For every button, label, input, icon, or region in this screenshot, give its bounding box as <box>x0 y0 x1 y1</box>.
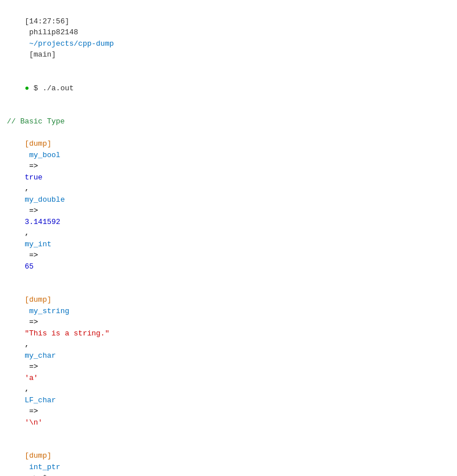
command-line: ● $ ./a.out <box>7 71 450 105</box>
line-int-ptr: [dump] int_ptr => * 65 , void_ptr => 0x7… <box>7 439 450 477</box>
timestamp: [14:27:56] <box>25 17 69 26</box>
spacer <box>7 105 450 117</box>
branch: [main] <box>25 50 56 59</box>
line-my-string: [dump] my_string => "This is a string." … <box>7 283 450 439</box>
path: ~/projects/cpp-dump <box>25 39 114 48</box>
bullet-icon: ● <box>25 84 34 93</box>
header-line: [14:27:56] philip82148 ~/projects/cpp-du… <box>7 5 450 71</box>
terminal-container: [14:27:56] philip82148 ~/projects/cpp-du… <box>7 5 450 476</box>
command: $ ./a.out <box>34 84 74 93</box>
username: philip82148 <box>25 28 78 37</box>
comment-basic-type: // Basic Type <box>7 116 450 127</box>
line-my-bool: [dump] my_bool => true , my_double => 3.… <box>7 127 450 283</box>
